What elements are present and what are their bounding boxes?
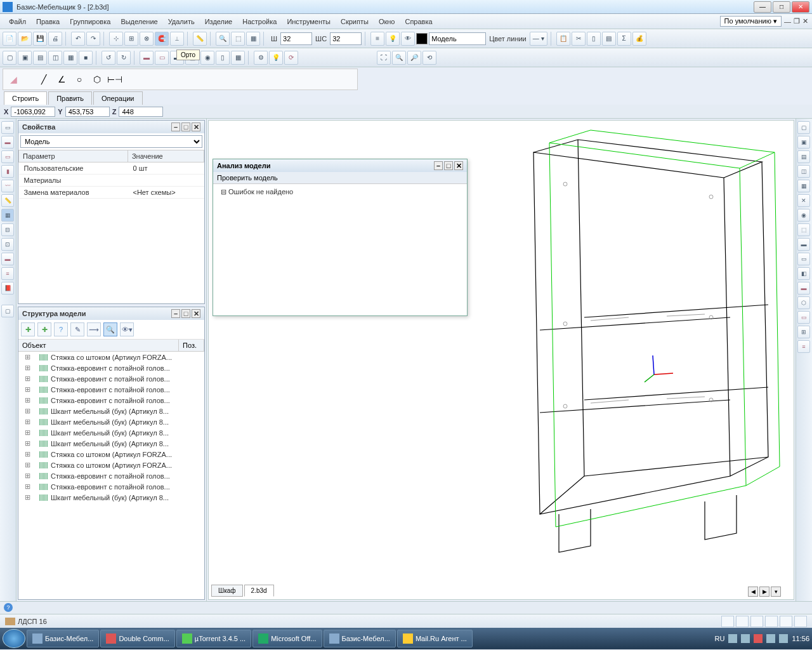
- draw-circle-icon[interactable]: ○: [72, 72, 87, 87]
- gear-icon[interactable]: ⚙: [254, 51, 268, 65]
- struct-add-icon[interactable]: ✚: [21, 322, 35, 336]
- menu-select[interactable]: Выделение: [115, 16, 162, 27]
- vtool-layers-icon[interactable]: ≡: [1, 267, 14, 280]
- widthc-input[interactable]: [330, 32, 362, 45]
- measure-icon[interactable]: 📏: [193, 32, 207, 46]
- snap-ortho-icon[interactable]: ⟂: [170, 32, 184, 46]
- snap-magnet-icon[interactable]: 🧲: [155, 32, 169, 46]
- preset-dropdown[interactable]: По умолчанию ▾: [720, 16, 782, 27]
- snap-grid-icon[interactable]: ⊞: [124, 32, 138, 46]
- box-side-icon[interactable]: ▣: [18, 51, 32, 65]
- prop-row[interactable]: Материалы: [19, 175, 204, 187]
- task-item[interactable]: µTorrent 3.4.5 ...: [176, 630, 251, 647]
- tray-icon[interactable]: [741, 634, 750, 643]
- menu-group[interactable]: Группировка: [65, 16, 115, 27]
- rtool-7-icon[interactable]: ◉: [797, 209, 810, 222]
- rtool-5-icon[interactable]: ▦: [797, 180, 810, 192]
- struct-pin-icon[interactable]: –: [171, 309, 180, 318]
- rtool-11-icon[interactable]: ◧: [797, 267, 810, 280]
- task-item[interactable]: Double Comm...: [100, 630, 174, 647]
- tray-icon[interactable]: [728, 634, 737, 643]
- panel-max-icon[interactable]: □: [181, 123, 190, 131]
- menu-settings[interactable]: Настройка: [237, 16, 282, 27]
- analysis-min-icon[interactable]: –: [434, 161, 443, 170]
- structure-item[interactable]: Стяжка-евровинт с потайной голов...: [18, 481, 204, 492]
- cut-icon[interactable]: ✂: [572, 32, 586, 46]
- tray-clock[interactable]: 11:56: [792, 635, 809, 642]
- draw-line-icon[interactable]: ╱: [36, 72, 51, 87]
- vtool-curve-icon[interactable]: 〰: [1, 180, 14, 192]
- analysis-close-icon[interactable]: ✕: [454, 161, 463, 170]
- analysis-window[interactable]: Анализ модели – □ ✕ Проверить модель ⊟ О…: [213, 159, 468, 316]
- struct-visibility-icon[interactable]: 👁▾: [120, 322, 134, 336]
- tab-edit[interactable]: Править: [48, 91, 92, 105]
- select-mode-icon[interactable]: ⬚: [231, 32, 245, 46]
- tray-lang[interactable]: RU: [715, 635, 725, 642]
- rtool-3-icon[interactable]: ▤: [797, 150, 810, 163]
- undo-button[interactable]: ↶: [71, 32, 85, 46]
- sigma-icon[interactable]: Σ: [617, 32, 631, 46]
- snap-intersect-icon[interactable]: ⊗: [140, 32, 154, 46]
- redo-button[interactable]: ↷: [86, 32, 100, 46]
- tool-misc-1[interactable]: 📋: [556, 32, 570, 46]
- open-button[interactable]: 📂: [18, 32, 32, 46]
- structure-item[interactable]: Стяжка со штоком (Артикул FORZA...: [18, 460, 204, 470]
- width-input[interactable]: [280, 32, 312, 45]
- fill-color-swatch[interactable]: [416, 33, 428, 44]
- menu-product[interactable]: Изделие: [200, 16, 238, 27]
- z-input[interactable]: [119, 107, 163, 117]
- save-button[interactable]: 💾: [33, 32, 47, 46]
- menu-window[interactable]: Окно: [374, 16, 400, 27]
- structure-item[interactable]: Шкант мебельный (бук) (Артикул 8...: [18, 492, 204, 503]
- panel-icon[interactable]: ▯: [216, 51, 230, 65]
- door-icon[interactable]: ▯: [587, 32, 601, 46]
- viewtab-shelf[interactable]: Шкаф: [211, 585, 243, 597]
- draw-hex-icon[interactable]: ⬡: [89, 72, 105, 87]
- rtool-6-icon[interactable]: ✕: [797, 194, 810, 207]
- status-btn-5[interactable]: [780, 616, 792, 627]
- tray-icon[interactable]: [754, 634, 763, 643]
- cabinet-model[interactable]: [464, 121, 781, 565]
- vtool-stack-icon[interactable]: ▬: [1, 253, 14, 265]
- linecolor-dropdown[interactable]: — ▾: [530, 32, 547, 46]
- child-minimize[interactable]: —: [784, 18, 791, 25]
- shade-icon[interactable]: ≡: [370, 32, 384, 46]
- vtool-edge-icon[interactable]: ▭: [1, 150, 14, 163]
- rtool-12-icon[interactable]: ▬: [797, 282, 810, 295]
- rotate-right-icon[interactable]: ↻: [117, 51, 131, 65]
- struct-add2-icon[interactable]: ✚: [37, 322, 51, 336]
- layers-icon[interactable]: ▦: [231, 51, 245, 65]
- menu-file[interactable]: Файл: [4, 16, 31, 27]
- vtool-h-icon[interactable]: ⊟: [1, 223, 14, 236]
- prop-row[interactable]: Пользовательские0 шт: [19, 162, 204, 175]
- material2-icon[interactable]: ▭: [155, 51, 169, 65]
- fit-view-icon[interactable]: ⛶: [377, 51, 391, 65]
- material1-icon[interactable]: ▬: [140, 51, 154, 65]
- draw-angle-icon[interactable]: ∠: [54, 72, 69, 87]
- struct-link-icon[interactable]: ⟿: [87, 322, 101, 336]
- eye-icon[interactable]: 👁: [401, 32, 415, 46]
- structure-item[interactable]: Шкант мебельный (бук) (Артикул 8...: [18, 416, 204, 427]
- start-button[interactable]: [3, 629, 25, 648]
- structure-list[interactable]: Стяжка со штоком (Артикул FORZA...Стяжка…: [18, 352, 204, 599]
- structure-item[interactable]: Стяжка-евровинт с потайной голов...: [18, 395, 204, 406]
- box-solid-icon[interactable]: ■: [79, 51, 93, 65]
- status-btn-1[interactable]: [721, 616, 734, 627]
- vtool-v-icon[interactable]: ⊡: [1, 238, 14, 251]
- status-material[interactable]: ЛДСП 16: [5, 618, 47, 625]
- x-input[interactable]: [11, 107, 55, 117]
- structure-item[interactable]: Стяжка-евровинт с потайной голов...: [18, 362, 204, 373]
- rotate-left-icon[interactable]: ↺: [102, 51, 115, 65]
- box-iso-icon[interactable]: ◫: [48, 51, 62, 65]
- zoom-icon[interactable]: 🔍: [216, 32, 230, 46]
- viewtab-file[interactable]: 2.b3d: [244, 585, 274, 597]
- vtool-block-icon[interactable]: ▮: [1, 165, 14, 178]
- status-btn-4[interactable]: [765, 616, 778, 627]
- structure-header[interactable]: Структура модели – □ ✕: [18, 307, 204, 320]
- light-icon[interactable]: 💡: [386, 32, 400, 46]
- structure-item[interactable]: Стяжка со штоком (Артикул FORZA...: [18, 352, 204, 362]
- menu-edit[interactable]: Правка: [31, 16, 65, 27]
- nav-prev-icon[interactable]: ◀: [748, 587, 758, 597]
- panel-close-icon[interactable]: ✕: [192, 123, 200, 131]
- box-wire-icon[interactable]: ▦: [63, 51, 77, 65]
